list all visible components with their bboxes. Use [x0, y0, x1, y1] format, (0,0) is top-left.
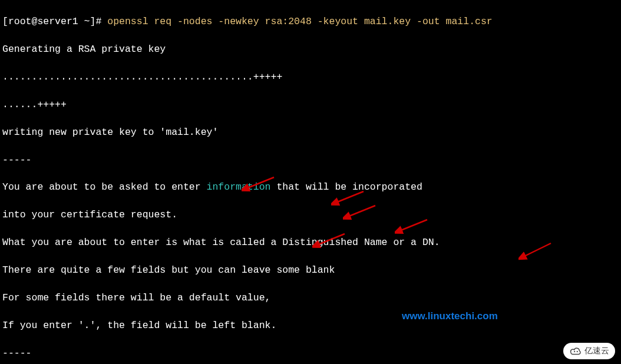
- line-output: writing new private key to 'mail.key': [2, 125, 619, 139]
- line-output: There are quite a few fields but you can…: [2, 263, 619, 277]
- line-output: What you are about to enter is what is c…: [2, 236, 619, 249]
- line-output: -----: [2, 346, 619, 360]
- cloud-icon: [569, 346, 582, 356]
- svg-point-6: [574, 351, 575, 352]
- svg-point-7: [577, 351, 578, 352]
- keyword-information: information: [207, 181, 271, 193]
- watermark: www.linuxtechi.com: [402, 309, 498, 323]
- provider-text: 亿速云: [584, 345, 609, 357]
- line-output: ......+++++: [2, 98, 619, 111]
- line-output: Generating a RSA private key: [2, 42, 619, 56]
- line-output: If you enter '.', the field will be left…: [2, 319, 619, 332]
- terminal-window[interactable]: [root@server1 ~]# openssl req -nodes -ne…: [0, 0, 621, 364]
- line-output: ........................................…: [2, 70, 619, 84]
- line-output: For some fields there will be a default …: [2, 291, 619, 305]
- line-prompt-command: [root@server1 ~]# openssl req -nodes -ne…: [2, 15, 619, 28]
- prompt: [root@server1 ~]#: [2, 16, 101, 27]
- line-output: You are about to be asked to enter infor…: [2, 180, 619, 194]
- openssl-command: openssl req -nodes -newkey rsa:2048 -key…: [107, 16, 493, 27]
- provider-badge: 亿速云: [563, 343, 615, 359]
- line-output: -----: [2, 153, 619, 167]
- line-output: into your certificate request.: [2, 208, 619, 221]
